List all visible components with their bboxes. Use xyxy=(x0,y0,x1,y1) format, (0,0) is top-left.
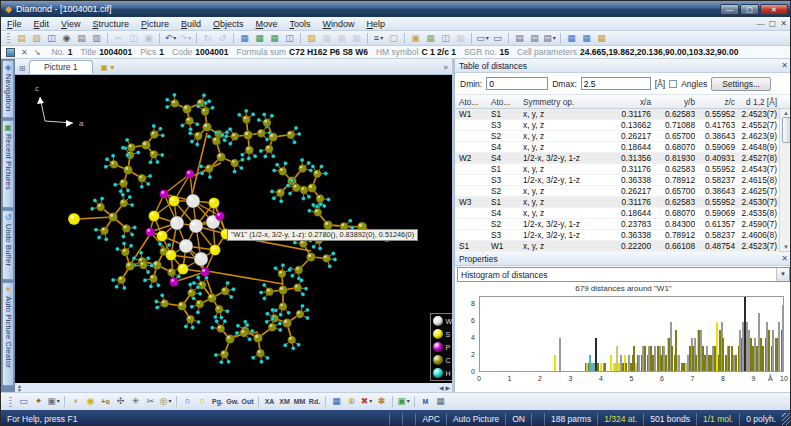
sidebar-tab-auto-picture-creator[interactable]: ✶Auto Picture Creator xyxy=(2,282,14,386)
window-titlebar[interactable]: ◆ Diamond - [1004001.cif] — ▢ ✕ xyxy=(1,1,791,17)
table-row[interactable]: S2x, y, z0.262170.657000.386432.4623(9) xyxy=(455,131,779,142)
table-row[interactable]: S1W1x, y, z0.222000.661080.487542.4523(7… xyxy=(455,241,779,252)
frame-icon[interactable]: ▣▾ xyxy=(47,395,60,408)
open-folder-icon[interactable]: ▨ xyxy=(30,32,43,45)
angles-checkbox[interactable] xyxy=(669,80,677,88)
column-header-2[interactable]: Symmetry op. xyxy=(523,97,611,107)
properties-selector[interactable]: Histogram of distances ▼ xyxy=(457,267,790,282)
tab-picture-1[interactable]: Picture 1 xyxy=(29,60,93,74)
table-row[interactable]: W1S1x, y, z0.311760.625830.559522.4523(7… xyxy=(455,109,779,120)
gallery-icon[interactable]: ▦ xyxy=(424,32,437,45)
close-record-icon[interactable]: ✕ xyxy=(21,48,28,57)
blank-picture-icon[interactable]: ◫ xyxy=(283,32,296,45)
table-row[interactable]: S2x, y, z0.262170.657000.386432.4625(7) xyxy=(455,186,779,197)
table-scrollbar[interactable]: ▲ ▼ xyxy=(779,109,791,251)
goto-record-icon[interactable]: ↘ xyxy=(34,48,41,57)
packing-button[interactable]: Pg. xyxy=(211,395,224,408)
data-grid-2-icon[interactable]: ▦ xyxy=(335,32,348,45)
minimize-button[interactable]: — xyxy=(720,4,739,15)
add-atoms-button[interactable]: +o xyxy=(99,395,112,408)
new-picture-icon[interactable]: ▣ xyxy=(409,32,422,45)
sidebar-tab-undo-buffer[interactable]: ↺Undo Buffer xyxy=(2,210,14,280)
rd-button[interactable]: Rd. xyxy=(308,395,321,408)
grow-button[interactable]: Gw. xyxy=(226,395,239,408)
cell-edges-icon[interactable]: ▦ xyxy=(330,395,343,408)
column-header-3[interactable]: x/a xyxy=(611,97,655,107)
column-header-6[interactable]: d 1,2 [Å] xyxy=(739,97,779,107)
table-view-icon[interactable]: ▦ xyxy=(595,32,608,45)
copy-picture-icon[interactable]: ◫ xyxy=(439,32,452,45)
new-document-icon[interactable]: ▤ xyxy=(15,32,28,45)
paste-icon[interactable]: ▣ xyxy=(142,32,155,45)
data-grid-3-icon[interactable]: ▦ xyxy=(350,32,363,45)
layout-3-icon[interactable]: ▤▾ xyxy=(543,32,556,45)
picture-disabled-icon[interactable]: ▦ xyxy=(454,32,467,45)
properties-close-icon[interactable]: ✕ xyxy=(781,254,788,263)
horizontal-scroll-arrows[interactable]: ◀ ▶ xyxy=(439,384,450,391)
atom-design-icon[interactable]: ◉ xyxy=(84,395,97,408)
delete-icon[interactable]: ✖▾ xyxy=(360,395,373,408)
mm-button[interactable]: MM xyxy=(293,395,306,408)
update-icon[interactable]: ↻ xyxy=(201,32,214,45)
save-icon[interactable]: ◫ xyxy=(45,32,58,45)
new-structure-picture-icon[interactable]: ▦ xyxy=(238,32,251,45)
menu-objects[interactable]: Objects xyxy=(207,19,250,29)
blue-circle-icon[interactable]: ○ xyxy=(181,395,194,408)
table-row[interactable]: S21/2-x, 3/2-y, 1-z0.237830.843000.61357… xyxy=(455,219,779,230)
find-icon[interactable]: ◉ xyxy=(60,32,73,45)
table-row[interactable]: S31/2-x, 3/2-y, 1-z0.363380.789120.58237… xyxy=(455,175,779,186)
distances-table-header[interactable]: Ato...Ato...Symmetry op.x/ay/bz/cd 1,2 [… xyxy=(455,95,791,109)
blank-page-icon[interactable]: ▢ xyxy=(387,32,400,45)
mdi-minimize-button[interactable]: — xyxy=(757,19,765,28)
xa-button[interactable]: XA xyxy=(263,395,276,408)
close-button[interactable]: ✕ xyxy=(760,4,788,15)
picture-wizard-icon[interactable]: ▦ xyxy=(253,32,266,45)
column-header-1[interactable]: Ato... xyxy=(489,97,523,107)
distances-close-icon[interactable]: ✕ xyxy=(781,61,788,70)
histogram-view-icon[interactable]: ▦ xyxy=(580,32,593,45)
table-row[interactable]: S31/2-x, 3/2-y, 1-z0.363380.789120.58237… xyxy=(455,230,779,241)
monitor-2-icon[interactable]: ▭ xyxy=(491,32,504,45)
monitor-icon[interactable]: ▭▾ xyxy=(476,32,489,45)
new-picture-tab-button[interactable]: ▣ ▾ xyxy=(101,63,115,74)
copy-icon[interactable]: ◫ xyxy=(127,32,140,45)
dmax-input[interactable] xyxy=(581,77,651,90)
bonds-icon[interactable]: ✣ xyxy=(114,395,127,408)
cut-icon[interactable]: ✂ xyxy=(112,32,125,45)
viewport-icon[interactable]: ▭ xyxy=(17,395,30,408)
photorealistic-icon[interactable]: ▣▾ xyxy=(397,395,410,408)
table-row[interactable]: S3x, y, z0.136620.710880.417632.4552(7) xyxy=(455,120,779,131)
menu-tools[interactable]: Tools xyxy=(284,19,317,29)
menu-edit[interactable]: Edit xyxy=(28,19,56,29)
menu-structure[interactable]: Structure xyxy=(86,19,135,29)
origin-crosshair-icon[interactable]: ⊕ xyxy=(345,395,358,408)
destroy-fragment-icon[interactable]: ✂ xyxy=(144,395,157,408)
tab-grid-icon[interactable]: ⊞ xyxy=(15,64,29,74)
column-header-5[interactable]: z/c xyxy=(699,97,739,107)
sidebar-tab-navigation[interactable]: ◈Navigation xyxy=(2,60,14,118)
out-button[interactable]: Out xyxy=(241,395,254,408)
resize-grip[interactable] xyxy=(782,413,791,425)
table-row[interactable]: S4x, y, z0.186440.680700.590692.4648(9) xyxy=(455,142,779,153)
print-icon[interactable]: ▥ xyxy=(90,32,103,45)
mdi-close-button[interactable]: ✕ xyxy=(780,19,787,28)
table-row[interactable]: S4x, y, z0.186440.680700.590692.4535(8) xyxy=(455,208,779,219)
page-preview-icon[interactable]: ▤ xyxy=(75,32,88,45)
molecule-orange-icon[interactable]: ✽ xyxy=(375,395,388,408)
sidebar-tab-recent-pictures[interactable]: ▣Recent Pictures xyxy=(2,120,14,208)
column-header-0[interactable]: Ato... xyxy=(455,97,489,107)
fill-color-icon[interactable]: ◖ xyxy=(69,395,82,408)
filter-atoms-icon[interactable]: ◎▾ xyxy=(159,395,172,408)
column-header-4[interactable]: y/b xyxy=(655,97,699,107)
tab-overflow-chevron[interactable]: » xyxy=(444,63,452,74)
redo-icon[interactable]: ↷▾ xyxy=(179,32,192,45)
structure-canvas[interactable]: c a "W1" (1/2-x, 3/2-y, 1-z): 0.2780(), … xyxy=(15,75,452,383)
picture-creator-icon[interactable]: ▦ xyxy=(268,32,281,45)
povray-button[interactable]: M xyxy=(419,395,432,408)
data-grid-icon[interactable]: ▦ xyxy=(320,32,333,45)
table-row[interactable]: S1x, y, z0.311760.625830.559522.4543(7) xyxy=(455,164,779,175)
refresh-icon[interactable]: ↺ xyxy=(216,32,229,45)
dmin-input[interactable] xyxy=(486,77,548,90)
menu-build[interactable]: Build xyxy=(175,19,207,29)
scroll-thumb[interactable] xyxy=(782,117,791,143)
